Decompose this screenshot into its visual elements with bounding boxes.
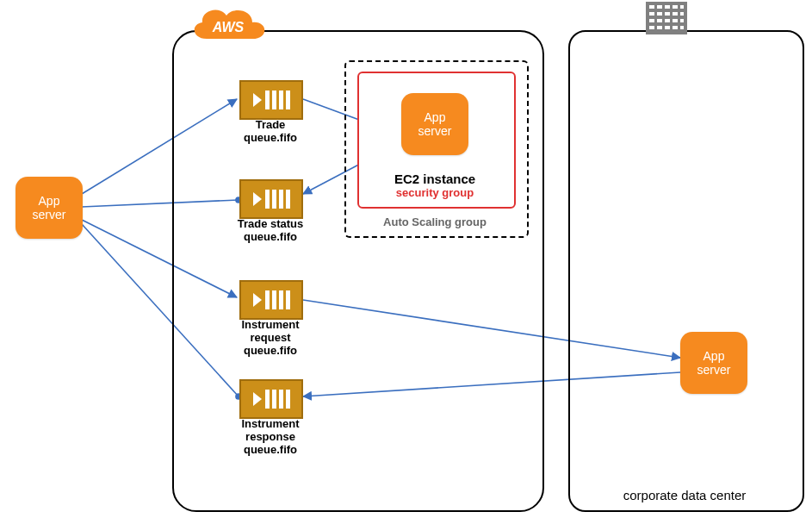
corporate-data-center-container [568,30,804,512]
app-server-label: App [704,349,725,363]
building-icon [646,2,687,34]
auto-scaling-group-label: Auto Scaling group [344,215,525,228]
queue-icon [239,80,303,120]
app-server-label: App [39,194,60,208]
app-server-corporate: Appserver [680,332,747,394]
queue-icon [239,179,303,219]
diagram-stage: AWS corporate data center Auto Scaling g… [0,0,812,518]
app-server-left: Appserver [15,177,83,239]
queue-icon [239,280,303,320]
queue-trade-label: Tradequeue.fifo [219,119,322,145]
queue-instrument-request-label: Instrumentrequestqueue.fifo [219,319,322,358]
svg-text:AWS: AWS [212,20,245,34]
app-server-label: server [418,124,452,138]
queue-instrument-response-label: Instrumentresponsequeue.fifo [219,418,322,457]
queue-trade-status-label: Trade statusqueue.fifo [219,218,322,244]
app-server-label: server [33,208,66,222]
app-server-label: server [697,363,731,377]
security-group-label: security group [357,186,512,199]
queue-icon [239,379,303,419]
corporate-data-center-label: corporate data center [568,488,801,502]
aws-cloud-icon: AWS [185,0,271,52]
app-server-label: App [425,110,446,124]
ec2-instance-label: EC2 instance [357,172,512,186]
app-server-asg: Appserver [401,93,468,155]
